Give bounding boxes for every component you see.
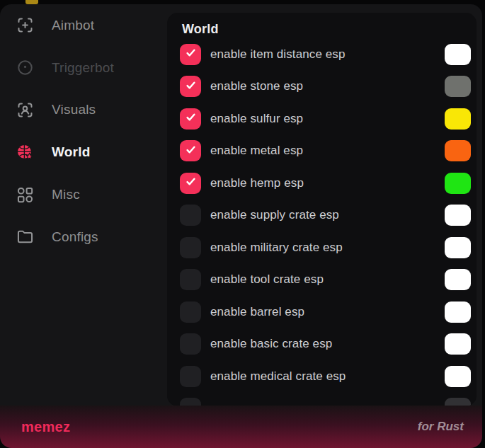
sidebar-item-visuals[interactable]: Visuals	[0, 89, 167, 132]
color-swatch[interactable]	[445, 269, 471, 290]
color-swatch[interactable]	[445, 44, 471, 65]
check-icon	[185, 176, 197, 190]
color-swatch[interactable]	[445, 237, 471, 258]
color-swatch[interactable]	[445, 333, 471, 355]
sidebar-item-label: World	[52, 144, 90, 160]
esp-option-label: enable sulfur esp	[210, 112, 445, 126]
footer-bar: memez for Rust	[0, 406, 482, 448]
color-swatch[interactable]	[445, 366, 471, 387]
checkbox-unchecked[interactable]	[180, 205, 201, 226]
esp-option-list: enable item distance espenable stone esp…	[167, 38, 477, 406]
world-settings-panel: World enable item distance espenable sto…	[167, 13, 477, 406]
esp-option-label: enable tool crate esp	[210, 272, 445, 287]
checkbox-unchecked[interactable]	[180, 269, 201, 290]
sidebar-item-label: Configs	[52, 229, 98, 245]
esp-option-label: enable hemp esp	[210, 176, 445, 190]
esp-row: enable medical crate esp	[167, 360, 477, 393]
brand-name: memez	[21, 419, 70, 435]
esp-option-label: enable basic crate esp	[210, 337, 445, 351]
crosshair-icon	[16, 16, 35, 35]
esp-option-label: enable military crate esp	[210, 241, 445, 255]
esp-option-label: enable metal esp	[210, 144, 445, 158]
shapes-grid-icon	[16, 185, 35, 205]
sidebar-item-configs[interactable]: Configs	[0, 216, 167, 258]
color-swatch[interactable]	[445, 301, 471, 323]
sidebar-item-aimbot[interactable]: Aimbot	[0, 4, 167, 47]
esp-row: enable sulfur esp	[167, 103, 477, 135]
sidebar-item-label: Visuals	[52, 102, 96, 117]
product-tagline: for Rust	[418, 420, 464, 434]
esp-row: enable tool crate esp	[167, 264, 477, 297]
sidebar-item-triggerbot[interactable]: Triggerbot	[0, 47, 167, 89]
checkbox-checked[interactable]	[180, 140, 201, 161]
check-icon	[185, 111, 197, 126]
sidebar-item-label: Triggerbot	[52, 60, 114, 76]
sidebar-item-misc[interactable]: Misc	[0, 173, 167, 216]
checkbox-unchecked[interactable]	[180, 301, 201, 323]
color-swatch[interactable]	[445, 76, 471, 97]
player-scan-icon	[16, 100, 35, 120]
color-swatch[interactable]	[445, 173, 471, 194]
sidebar-item-label: Aimbot	[52, 18, 94, 33]
esp-row: enable supply crate esp	[167, 200, 477, 232]
esp-row-partial	[167, 393, 477, 407]
cheat-menu-window: AimbotTriggerbotVisualsWorldMiscConfigs …	[0, 4, 482, 448]
trigger-circle-icon	[16, 58, 35, 77]
esp-option-label: enable supply crate esp	[210, 208, 445, 222]
check-icon	[185, 144, 197, 159]
sidebar-item-label: Misc	[52, 187, 80, 202]
esp-option-label: enable stone esp	[210, 79, 445, 93]
check-icon	[185, 47, 197, 62]
esp-row: enable basic crate esp	[167, 328, 477, 361]
esp-row: enable metal esp	[167, 135, 477, 168]
panel-title: World	[182, 22, 477, 37]
color-swatch[interactable]	[445, 205, 471, 226]
checkbox-unchecked[interactable]	[180, 237, 201, 258]
checkbox-checked[interactable]	[180, 76, 201, 97]
esp-option-label: enable item distance esp	[210, 47, 445, 62]
globe-star-icon	[16, 143, 35, 162]
folder-icon	[16, 227, 35, 246]
checkbox-unchecked[interactable]	[180, 366, 201, 387]
checkbox-checked[interactable]	[180, 44, 201, 65]
esp-row: enable military crate esp	[167, 231, 477, 264]
esp-row: enable barrel esp	[167, 296, 477, 328]
checkbox-checked[interactable]	[180, 173, 201, 194]
color-swatch[interactable]	[445, 108, 471, 130]
esp-row: enable item distance esp	[167, 38, 477, 71]
checkbox-checked[interactable]	[180, 108, 201, 130]
checkbox-unchecked[interactable]	[180, 333, 201, 355]
sidebar: AimbotTriggerbotVisualsWorldMiscConfigs	[0, 4, 167, 406]
check-icon	[185, 79, 197, 94]
sidebar-item-world[interactable]: World	[0, 131, 167, 173]
esp-row: enable hemp esp	[167, 167, 477, 200]
esp-option-label: enable barrel esp	[210, 305, 445, 319]
color-swatch[interactable]	[445, 140, 471, 161]
esp-option-label: enable medical crate esp	[210, 369, 445, 384]
esp-row: enable stone esp	[167, 71, 477, 103]
